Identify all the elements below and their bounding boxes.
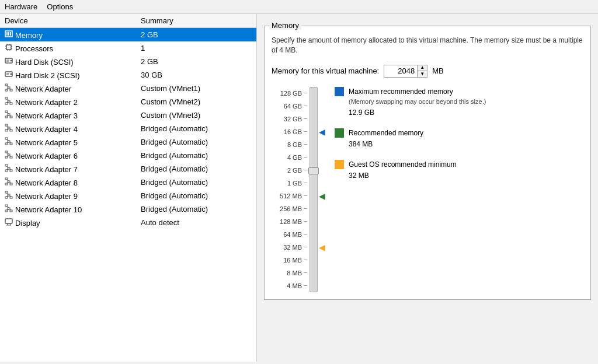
table-row[interactable]: Network Adapter 5Bridged (Automatic) [0, 135, 256, 149]
slider-thumb[interactable] [308, 167, 319, 174]
device-name: Network Adapter 4 [15, 125, 78, 134]
net-icon [5, 86, 13, 93]
svg-rect-66 [10, 170, 12, 172]
menu-bar: Hardware Options [0, 0, 598, 14]
spinner-up-button[interactable]: ▲ [418, 65, 427, 71]
device-name: Processors [15, 44, 53, 53]
legend-max-color [335, 87, 344, 96]
svg-rect-58 [5, 156, 8, 158]
slider-track-column [310, 87, 318, 292]
spinner-down-button[interactable]: ▼ [418, 71, 427, 77]
device-summary: Custom (VMnet1) [136, 82, 256, 95]
scale-tick [304, 247, 307, 247]
arrow-row [319, 254, 325, 267]
svg-rect-51 [5, 143, 8, 145]
device-cell: Network Adapter 3 [0, 108, 136, 122]
device-cell: Memory [0, 28, 136, 42]
svg-rect-57 [8, 154, 10, 156]
scale-label-text: 8 GB [272, 141, 302, 148]
scale-label-text: 128 GB [272, 90, 302, 97]
svg-point-14 [11, 60, 12, 62]
device-summary: Custom (VMnet3) [136, 108, 256, 122]
table-row[interactable]: Network Adapter 2Custom (VMnet2) [0, 95, 256, 108]
table-row[interactable]: Network Adapter 8Bridged (Automatic) [0, 176, 256, 189]
svg-point-18 [11, 74, 12, 75]
svg-rect-29 [8, 100, 10, 102]
svg-line-61 [6, 156, 9, 156]
scale-label-text: 16 GB [272, 128, 302, 135]
device-name: Network Adapter 10 [15, 205, 82, 214]
mem-icon [5, 32, 13, 39]
table-row[interactable]: Hard Disk (SCSI)2 GB [0, 55, 256, 68]
scale-label: 16 GB [272, 125, 307, 138]
arrow-row [319, 87, 325, 100]
svg-rect-65 [5, 170, 8, 172]
memory-spinner[interactable]: ▲ ▼ [384, 65, 427, 78]
green-arrow[interactable]: ◀ [319, 191, 325, 201]
table-row[interactable]: Memory2 GB [0, 28, 256, 42]
menu-options[interactable]: Options [47, 2, 73, 11]
slider-track[interactable] [310, 87, 318, 292]
table-row[interactable]: Hard Disk 2 (SCSI)30 GB [0, 68, 256, 82]
table-row[interactable]: Network Adapter 7Bridged (Automatic) [0, 162, 256, 176]
net-icon [5, 193, 13, 200]
legend-max-header: Maximum recommended memory [335, 87, 583, 96]
device-summary: 2 GB [136, 55, 256, 68]
cpu-icon [5, 46, 13, 52]
device-cell: Hard Disk 2 (SCSI) [0, 68, 136, 82]
table-row[interactable]: Network Adapter 10Bridged (Automatic) [0, 202, 256, 216]
scale-tick [304, 208, 307, 209]
table-row[interactable]: Network Adapter 3Custom (VMnet3) [0, 108, 256, 122]
legend-max-memory: Maximum recommended memory (Memory swapp… [335, 87, 583, 117]
device-summary: 1 [136, 41, 256, 55]
table-row[interactable]: Network Adapter 9Bridged (Automatic) [0, 189, 256, 202]
device-cell: Processors [0, 41, 136, 55]
device-summary: Custom (VMnet2) [136, 95, 256, 108]
arrow-row: ◀ [319, 125, 325, 138]
legend-guest-header: Guest OS recommended minimum [335, 160, 583, 169]
device-summary: 30 GB [136, 68, 256, 82]
device-cell: Network Adapter 2 [0, 95, 136, 108]
svg-rect-64 [8, 167, 10, 169]
scale-label: 512 MB [272, 190, 307, 202]
svg-rect-28 [5, 97, 8, 99]
arrow-row [319, 177, 325, 190]
left-panel: Device Summary Memory2 GBProcessors1Hard… [0, 14, 257, 362]
svg-rect-2 [8, 32, 9, 36]
disk-icon [5, 59, 13, 66]
scale-tick [304, 221, 307, 222]
scale-tick [304, 285, 307, 286]
device-summary: Auto detect [136, 216, 256, 229]
memory-value-input[interactable] [384, 65, 417, 76]
menu-hardware[interactable]: Hardware [5, 2, 37, 11]
svg-rect-42 [5, 124, 8, 126]
svg-rect-37 [5, 116, 8, 118]
net-icon [5, 99, 13, 106]
scale-tick [304, 170, 307, 170]
table-row[interactable]: Processors1 [0, 41, 256, 55]
scale-label-text: 32 MB [272, 244, 302, 251]
spinner-buttons: ▲ ▼ [417, 65, 427, 77]
table-row[interactable]: DisplayAuto detect [0, 216, 256, 229]
svg-line-54 [6, 142, 9, 143]
yellow-arrow[interactable]: ◀ [319, 243, 325, 252]
arrow-row [319, 151, 325, 164]
svg-rect-50 [8, 141, 10, 142]
legend-guest-min: Guest OS recommended minimum 32 MB [335, 160, 583, 180]
scale-label-text: 4 MB [272, 282, 302, 289]
scale-label-text: 128 MB [272, 218, 302, 225]
svg-rect-49 [5, 138, 8, 139]
table-row[interactable]: Network AdapterCustom (VMnet1) [0, 82, 256, 95]
device-summary: Bridged (Automatic) [136, 189, 256, 202]
svg-rect-44 [5, 130, 8, 131]
table-row[interactable]: Network Adapter 4Bridged (Automatic) [0, 122, 256, 135]
scale-tick [304, 157, 307, 158]
blue-arrow[interactable]: ◀ [319, 127, 325, 136]
scale-label-text: 256 MB [272, 205, 302, 212]
svg-line-47 [6, 129, 9, 130]
scale-tick [304, 272, 307, 273]
scale-label: 256 MB [272, 202, 307, 215]
device-name: Network Adapter 3 [15, 111, 78, 120]
memory-input-row: Memory for this virtual machine: ▲ ▼ MB [272, 65, 583, 78]
table-row[interactable]: Network Adapter 6Bridged (Automatic) [0, 149, 256, 162]
